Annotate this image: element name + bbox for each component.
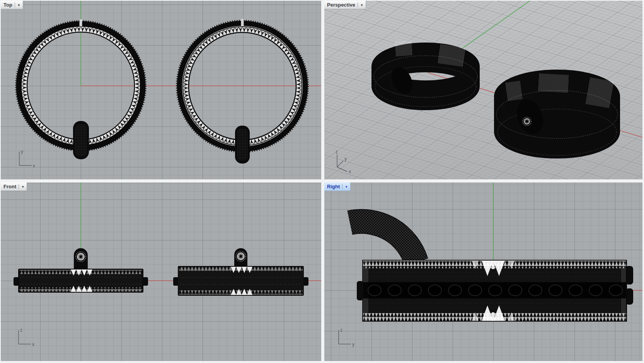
viewport-right[interactable]: z y Right ▼ bbox=[324, 182, 642, 361]
viewport-perspective[interactable]: z y x Perspective ▼ bbox=[324, 1, 642, 179]
axis-gizmo-top: y x bbox=[15, 148, 37, 170]
axis-label: x bbox=[349, 169, 351, 174]
ring-mesh-front-view[interactable] bbox=[14, 248, 148, 293]
viewport-tab-front[interactable]: Front ▼ bbox=[1, 182, 27, 191]
axis-label: x bbox=[33, 163, 35, 169]
viewport-tab-label: Top bbox=[3, 2, 12, 8]
ring-mesh-perspective-view[interactable] bbox=[374, 41, 477, 107]
axis-gizmo-front: z x bbox=[15, 327, 36, 349]
viewport-tab-right[interactable]: Right ▼ bbox=[324, 182, 351, 191]
axis-label: y bbox=[344, 156, 347, 162]
separator bbox=[358, 2, 358, 7]
separator bbox=[342, 184, 342, 189]
ring-mesh-front-view[interactable] bbox=[173, 248, 308, 296]
viewport-menu-dropdown-icon[interactable]: ▼ bbox=[17, 4, 20, 7]
viewport-menu-dropdown-icon[interactable]: ▼ bbox=[345, 186, 348, 189]
viewport-divider-horizontal[interactable] bbox=[0, 179, 644, 182]
separator bbox=[19, 184, 19, 189]
axis-gizmo-perspective: z y x bbox=[332, 149, 356, 176]
ring-mesh-right-view[interactable] bbox=[350, 222, 633, 322]
ring-mesh-perspective-view[interactable] bbox=[496, 73, 618, 155]
axis-label: y bbox=[352, 342, 354, 347]
viewport-top[interactable]: y x Top ▼ bbox=[1, 1, 321, 179]
viewport-menu-dropdown-icon[interactable]: ▼ bbox=[21, 186, 24, 189]
viewport-canvas-right[interactable] bbox=[324, 182, 642, 361]
axis-label: z bbox=[336, 149, 338, 155]
viewport-tab-top[interactable]: Top ▼ bbox=[1, 1, 23, 9]
viewport-canvas-perspective[interactable] bbox=[324, 1, 642, 179]
viewport-tab-label: Front bbox=[3, 184, 16, 189]
axis-gizmo-right: z y bbox=[335, 327, 356, 349]
viewport-tab-label: Perspective bbox=[327, 2, 355, 8]
viewport-menu-dropdown-icon[interactable]: ▼ bbox=[360, 4, 363, 7]
application-canvas: y x Top ▼ z y x Perspective ▼ z x bbox=[0, 0, 644, 363]
viewport-front[interactable]: z x Front ▼ bbox=[1, 182, 321, 361]
separator bbox=[15, 2, 15, 7]
axis-label: y bbox=[21, 149, 23, 154]
ring-mesh-top-view[interactable] bbox=[177, 19, 308, 164]
viewport-canvas-front[interactable] bbox=[1, 182, 321, 361]
axis-label: x bbox=[32, 342, 34, 347]
viewport-tab-perspective[interactable]: Perspective ▼ bbox=[324, 1, 366, 9]
viewport-tab-label: Right bbox=[327, 184, 340, 189]
viewport-canvas-top[interactable] bbox=[1, 1, 321, 179]
axis-label: z bbox=[340, 327, 342, 333]
axis-label: z bbox=[20, 327, 22, 333]
